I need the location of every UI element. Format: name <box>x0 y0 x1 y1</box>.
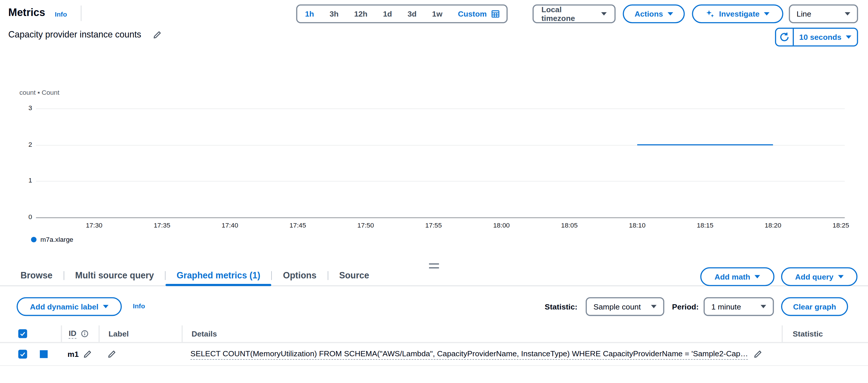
calendar-icon <box>491 9 500 18</box>
timezone-label: Local timezone <box>541 5 596 23</box>
add-math-label: Add math <box>714 272 750 281</box>
chart-type-value: Line <box>797 9 811 18</box>
statistic-label: Statistic: <box>545 302 578 311</box>
x-tick-label: 17:45 <box>276 221 320 229</box>
time-range-1d[interactable]: 1d <box>375 9 400 18</box>
sparkle-icon <box>706 9 714 18</box>
custom-range-label: Custom <box>458 9 487 18</box>
y-tick-label: 3 <box>10 104 32 112</box>
legend-swatch <box>31 237 37 242</box>
edit-graph-title-button[interactable] <box>153 31 162 39</box>
tab-label: Graphed metrics (1) <box>177 270 260 280</box>
chevron-down-icon <box>846 35 851 39</box>
page-title: Metrics <box>8 7 45 19</box>
gridline <box>36 181 845 182</box>
clear-graph-button[interactable]: Clear graph <box>781 297 848 316</box>
time-range-1h[interactable]: 1h <box>298 9 322 18</box>
dynamic-label-info-link[interactable]: Info <box>133 302 145 310</box>
chevron-down-icon <box>651 305 657 308</box>
add-query-dropdown[interactable]: Add query <box>781 267 858 286</box>
chevron-down-icon <box>668 12 673 15</box>
row-select-cell <box>16 350 32 359</box>
info-icon[interactable] <box>81 330 89 338</box>
clear-graph-label: Clear graph <box>793 302 836 311</box>
statistic-dropdown[interactable]: Sample count <box>586 297 664 316</box>
chevron-down-icon <box>755 275 760 278</box>
gridline <box>36 145 845 145</box>
time-range-1w[interactable]: 1w <box>425 9 450 18</box>
label-column-header: Label <box>108 329 129 338</box>
x-tick-label: 17:55 <box>411 221 456 229</box>
tab-graphed-metrics[interactable]: Graphed metrics (1) <box>165 265 271 286</box>
tab-label: Source <box>339 270 369 280</box>
check-icon <box>20 351 26 357</box>
row-statistic-cell <box>782 343 864 365</box>
legend-label: m7a.xlarge <box>40 236 73 244</box>
table-header-row: ID Label Details Statistic <box>0 325 868 343</box>
refresh-icon <box>779 32 789 42</box>
time-range-3h[interactable]: 3h <box>322 9 346 18</box>
period-dropdown[interactable]: 1 minute <box>704 297 774 316</box>
x-tick-label: 18:05 <box>547 221 591 229</box>
tab-browse[interactable]: Browse <box>9 265 63 286</box>
refresh-button[interactable] <box>776 29 793 45</box>
cloudwatch-metrics-page: Metrics Info 1h 3h 12h 1d 3d 1w Custom L… <box>0 0 868 383</box>
chart-type-dropdown[interactable]: Line <box>789 4 858 23</box>
tab-multi-source-query[interactable]: Multi source query <box>64 265 165 286</box>
chevron-down-icon <box>761 305 766 308</box>
add-query-label: Add query <box>795 272 833 281</box>
metrics-info-link[interactable]: Info <box>55 10 67 18</box>
row-color-cell <box>32 350 61 358</box>
gridline <box>36 217 845 218</box>
title-divider <box>81 5 82 21</box>
row-color-swatch[interactable] <box>40 350 48 358</box>
header-id-cell[interactable]: ID <box>61 325 98 342</box>
time-range-12h[interactable]: 12h <box>346 9 375 18</box>
header-details-cell: Details <box>182 325 782 342</box>
x-tick-label: 18:20 <box>751 221 795 229</box>
header-label-cell: Label <box>98 325 182 342</box>
time-range-3d[interactable]: 3d <box>400 9 424 18</box>
chevron-down-icon <box>838 275 843 278</box>
row-checkbox[interactable] <box>18 350 27 359</box>
add-dynamic-label-text: Add dynamic label <box>30 302 98 311</box>
chevron-down-icon <box>601 12 607 15</box>
refresh-interval-dropdown[interactable]: 10 seconds <box>794 29 857 45</box>
graph-title: Capacity provider instance counts <box>8 30 141 40</box>
tab-source[interactable]: Source <box>328 265 380 286</box>
x-tick-label: 17:35 <box>140 221 184 229</box>
statistic-column-header: Statistic <box>793 329 823 338</box>
x-tick-label: 18:25 <box>819 221 863 229</box>
refresh-interval-value: 10 seconds <box>799 33 841 41</box>
tab-options[interactable]: Options <box>272 265 327 286</box>
timezone-dropdown[interactable]: Local timezone <box>532 4 616 23</box>
add-math-dropdown[interactable]: Add math <box>700 267 774 286</box>
period-value: 1 minute <box>711 302 741 311</box>
edit-id-button[interactable] <box>83 350 92 359</box>
actions-dropdown[interactable]: Actions <box>623 4 685 23</box>
header-select-cell <box>16 329 32 338</box>
y-tick-label: 1 <box>10 177 32 185</box>
investigate-label: Investigate <box>719 9 760 18</box>
select-all-checkbox[interactable] <box>18 329 27 338</box>
graphed-metrics-table: ID Label Details Statistic <box>0 325 868 366</box>
statistic-value: Sample count <box>593 302 641 311</box>
x-tick-label: 17:40 <box>208 221 252 229</box>
tab-label: Browse <box>20 270 52 280</box>
metric-details[interactable]: SELECT COUNT(MemoryUtilization) FROM SCH… <box>190 349 748 359</box>
details-column-header: Details <box>192 329 217 338</box>
edit-details-button[interactable] <box>753 350 762 359</box>
header-statistic-cell: Statistic <box>782 325 864 342</box>
x-tick-label: 18:10 <box>615 221 659 229</box>
time-range-custom[interactable]: Custom <box>450 9 507 18</box>
check-icon <box>20 330 26 337</box>
tab-label: Multi source query <box>75 270 154 280</box>
x-tick-label: 18:15 <box>683 221 727 229</box>
tab-label: Options <box>283 270 316 280</box>
investigate-dropdown[interactable]: Investigate <box>692 4 783 23</box>
x-tick-label: 17:30 <box>72 221 116 229</box>
chart-legend-item[interactable]: m7a.xlarge <box>31 236 73 244</box>
edit-label-button[interactable] <box>107 350 116 359</box>
add-dynamic-label-dropdown[interactable]: Add dynamic label <box>17 297 122 316</box>
chevron-down-icon <box>103 305 108 308</box>
